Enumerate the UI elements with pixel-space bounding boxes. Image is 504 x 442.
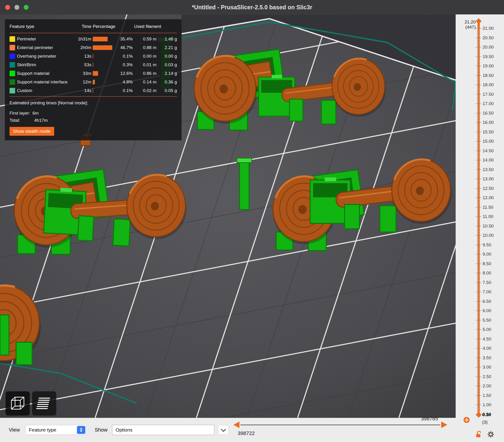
- layer-tick-minor: [477, 120, 480, 121]
- layer-tick-major: [476, 301, 481, 302]
- feature-time: 53s: [72, 62, 91, 67]
- layer-tick-minor: [477, 352, 480, 352]
- layer-tick-minor: [477, 299, 480, 300]
- layer-tick-major: [476, 405, 481, 405]
- layer-tick-minor: [477, 186, 480, 187]
- add-color-change-icon[interactable]: [464, 417, 469, 423]
- show-stealth-mode-button[interactable]: Show stealth mode: [10, 127, 54, 136]
- layer-tick-label: 2.00: [483, 383, 502, 389]
- view-mode-switcher: [6, 391, 56, 416]
- layer-tick-minor: [477, 312, 480, 313]
- layers-view-button[interactable]: [32, 391, 56, 416]
- legend-row[interactable]: External perimeter2h0m46.7%0.88 m2.21 g: [10, 43, 177, 52]
- layer-tick-major: [476, 85, 481, 85]
- layer-tick-label: 19.50: [483, 54, 502, 59]
- layer-tick-minor: [477, 34, 480, 34]
- total-time-label: Total:: [10, 117, 34, 124]
- layer-tick-minor: [477, 286, 480, 286]
- layer-tick-minor: [477, 307, 480, 307]
- close-window-icon[interactable]: [5, 5, 10, 10]
- layer-tick-label: 13.50: [483, 167, 502, 172]
- feature-filament-length: 0.59 m: [134, 36, 157, 42]
- layer-tick-major: [476, 329, 481, 330]
- feature-filament-length: 0.00 m: [134, 54, 157, 59]
- layer-tick-major: [476, 226, 481, 226]
- layer-tick-minor: [477, 401, 480, 401]
- legend-row[interactable]: Overhang perimeter13s0.1%0.00 m0.00 g: [10, 52, 177, 60]
- feature-percentage: 46.7%: [117, 45, 133, 50]
- layer-tick-minor: [477, 53, 480, 53]
- legend-row[interactable]: Skirt/Brim53s0.3%0.01 m0.03 g: [10, 60, 177, 69]
- feature-percentage-bar: [93, 71, 116, 76]
- layer-tick-minor: [477, 346, 480, 347]
- layer-tick-label: 16.50: [483, 111, 502, 116]
- horizontal-move-slider[interactable]: 398765 398722: [234, 418, 447, 442]
- layer-tick-minor: [477, 147, 480, 147]
- feature-percentage: 0.3%: [117, 62, 133, 67]
- layer-tick-minor: [477, 378, 480, 379]
- legend-divider: [10, 96, 177, 97]
- feature-filament-length: 0.01 m: [134, 62, 157, 67]
- feature-color-swatch: [10, 88, 15, 93]
- feature-color-swatch: [10, 36, 15, 42]
- feature-percentage: 35.4%: [117, 36, 133, 42]
- layer-slider-lower-handle[interactable]: [476, 412, 482, 418]
- layer-tick-minor: [477, 152, 480, 153]
- layer-tick-minor: [477, 220, 480, 221]
- show-options-combobox[interactable]: Options: [112, 425, 214, 435]
- layer-tick-major: [476, 235, 481, 236]
- move-slider-left-arrow-icon[interactable]: [234, 422, 239, 428]
- feature-percentage-bar: [93, 45, 116, 50]
- show-label: Show: [95, 427, 108, 433]
- zoom-window-icon[interactable]: [24, 5, 29, 10]
- layer-tick-minor: [477, 231, 480, 232]
- layer-tick-label: 17.00: [483, 101, 502, 106]
- layer-tick-major: [476, 207, 481, 208]
- layer-tick-minor: [477, 233, 480, 234]
- feature-percentage-bar: [93, 54, 116, 59]
- layer-tick-label: 11.50: [483, 205, 502, 210]
- feature-color-swatch: [10, 53, 15, 59]
- gcode-3d-viewport[interactable]: Feature type Time Percentage Used filame…: [0, 14, 456, 418]
- layer-tick-minor: [477, 399, 480, 399]
- layer-tick-minor: [477, 241, 480, 241]
- feature-percentage: 0.1%: [117, 88, 133, 93]
- layer-tick-major: [476, 395, 481, 396]
- layer-tick-minor: [477, 288, 480, 288]
- layer-tick-minor: [477, 314, 480, 315]
- layer-tick-label: 5.50: [483, 318, 502, 323]
- layer-slider-upper-handle[interactable]: [476, 18, 482, 24]
- layer-tick-minor: [477, 250, 480, 251]
- layer-tick-minor: [477, 109, 480, 109]
- layer-tick-minor: [477, 284, 480, 285]
- legend-row[interactable]: Custom14s0.1%0.02 m0.05 g: [10, 86, 177, 95]
- move-slider-right-arrow-icon[interactable]: [441, 422, 447, 428]
- layer-tick-minor: [477, 62, 480, 63]
- layer-tick-minor: [477, 70, 480, 70]
- layer-tick-minor: [477, 105, 480, 106]
- layer-tick-label: 7.50: [483, 280, 502, 285]
- move-slider-track[interactable]: [240, 424, 440, 425]
- layer-tick-label: 9.00: [483, 252, 502, 257]
- unlocked-padlock-icon[interactable]: [475, 430, 483, 438]
- legend-row[interactable]: Support material33m12.6%0.86 m2.14 g: [10, 69, 177, 78]
- layer-tick-label: 5.00: [483, 327, 502, 332]
- layer-tick-minor: [477, 265, 480, 266]
- legend-row[interactable]: Support material interface12m4.8%0.14 m0…: [10, 78, 177, 86]
- gear-icon[interactable]: [487, 430, 495, 438]
- show-options-expand-button[interactable]: [218, 425, 229, 435]
- layer-tick-minor: [477, 333, 480, 334]
- legend-row[interactable]: Perimeter1h31m35.4%0.59 m1.48 g: [10, 35, 177, 43]
- layer-stack-icon: [36, 395, 53, 412]
- minimize-window-icon[interactable]: [14, 5, 19, 10]
- feature-type-label: External perimeter: [17, 45, 71, 50]
- layer-tick-minor: [477, 43, 480, 44]
- view-type-dropdown[interactable]: Feature type: [25, 425, 86, 435]
- layer-tick-major: [476, 28, 481, 29]
- layer-tick-minor: [477, 171, 480, 172]
- layer-tick-minor: [477, 158, 480, 159]
- 3d-view-button[interactable]: [6, 391, 30, 416]
- layer-tick-minor: [477, 337, 480, 337]
- layer-tick-major: [476, 367, 481, 367]
- layer-tick-minor: [477, 384, 480, 384]
